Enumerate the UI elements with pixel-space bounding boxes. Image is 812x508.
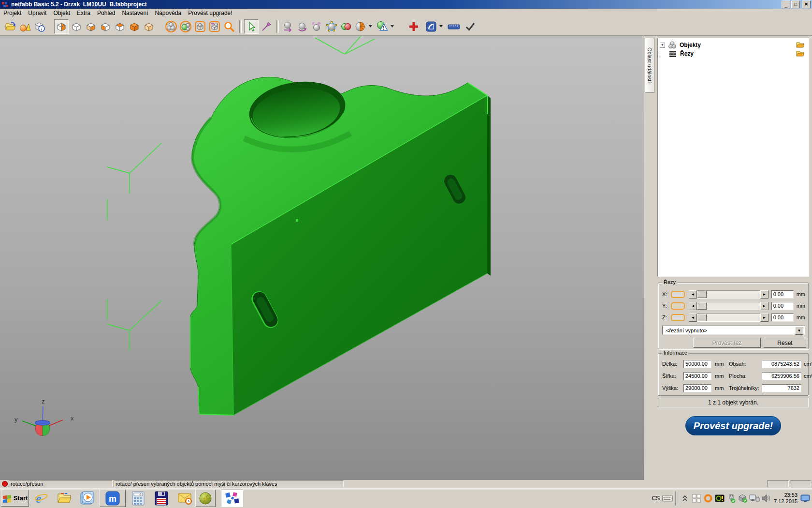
repair-part-button[interactable] bbox=[376, 20, 389, 33]
cut-part-button[interactable] bbox=[354, 20, 367, 33]
reset-cut-button[interactable]: Reset bbox=[764, 338, 806, 348]
sync-box-tray-icon[interactable] bbox=[738, 493, 748, 504]
security-ring-tray-icon[interactable] bbox=[703, 493, 713, 504]
scrollbar-thumb[interactable] bbox=[697, 302, 707, 310]
add-parts-button[interactable] bbox=[18, 20, 32, 33]
menu-objekt[interactable]: Objekt bbox=[50, 9, 73, 17]
add-part-button[interactable] bbox=[407, 20, 420, 33]
scale-part-button[interactable] bbox=[310, 20, 324, 33]
dropdown-button[interactable]: ▼ bbox=[795, 327, 803, 335]
scrollbar-track[interactable] bbox=[697, 314, 760, 322]
view-wireframe-button[interactable] bbox=[70, 20, 83, 33]
status-hint: rotace/ přesun vybraných objektů pomocí … bbox=[114, 480, 344, 487]
support-tool-button[interactable] bbox=[424, 20, 438, 33]
cut-x-value-input[interactable] bbox=[771, 290, 794, 299]
save-app-launcher[interactable] bbox=[153, 491, 170, 506]
cut-z-scrollbar[interactable]: ◄ ► bbox=[689, 314, 768, 322]
move-part-button[interactable] bbox=[281, 20, 295, 33]
menu-pohled[interactable]: Pohled bbox=[94, 9, 118, 17]
tree-item-cuts[interactable]: Řezy bbox=[660, 49, 805, 58]
tray-clock[interactable]: 23:53 7.12.2015 bbox=[774, 492, 798, 505]
start-button[interactable]: Start bbox=[1, 490, 29, 507]
edit-mesh-button[interactable] bbox=[325, 20, 338, 33]
show-platform-button[interactable] bbox=[193, 20, 207, 33]
view-top-button[interactable] bbox=[113, 20, 127, 33]
folder-icon[interactable] bbox=[796, 50, 805, 57]
menu-upravit[interactable]: Upravit bbox=[25, 9, 50, 17]
usb-tray-icon[interactable] bbox=[726, 493, 737, 504]
minimize-button[interactable]: _ bbox=[782, 0, 790, 8]
show-parts-button[interactable] bbox=[164, 20, 178, 33]
execute-cut-button[interactable]: Provést řez bbox=[693, 338, 761, 348]
menu-extra[interactable]: Extra bbox=[73, 9, 94, 17]
cut-y-scrollbar[interactable]: ◄ ► bbox=[689, 302, 768, 310]
select-tool-button[interactable] bbox=[244, 19, 259, 34]
menu-provest-upgrade[interactable]: Provést upgrade! bbox=[185, 9, 235, 17]
scroll-left-button[interactable]: ◄ bbox=[689, 302, 697, 310]
zoom-button[interactable] bbox=[222, 20, 236, 33]
menu-napoveda[interactable]: Nápověda bbox=[151, 9, 185, 17]
events-area-tab[interactable]: Oblast událostí bbox=[645, 38, 654, 93]
cut-mode-select[interactable]: <řezání vypnuto> ▼ bbox=[662, 326, 805, 335]
show-selected-part-button[interactable] bbox=[179, 20, 192, 33]
scrollbar-thumb[interactable] bbox=[697, 291, 707, 298]
view-bottom-button[interactable] bbox=[84, 20, 98, 33]
netfabb-task-button[interactable] bbox=[221, 490, 243, 507]
tree-item-objects[interactable]: + Objekty bbox=[660, 41, 805, 49]
show-hidden-icons-chevron[interactable] bbox=[680, 493, 690, 504]
menu-projekt[interactable]: Projekt bbox=[0, 9, 25, 17]
maxthon-task-button[interactable]: m bbox=[100, 490, 126, 507]
cut-y-value-input[interactable] bbox=[771, 302, 794, 310]
green-s-task-button[interactable] bbox=[195, 490, 216, 507]
scroll-right-button[interactable]: ► bbox=[760, 302, 768, 310]
scrollbar-track[interactable] bbox=[697, 290, 760, 299]
rotate-part-button[interactable] bbox=[296, 20, 309, 33]
scroll-left-button[interactable]: ◄ bbox=[689, 290, 697, 299]
upgrade-button[interactable]: Provést upgrade! bbox=[685, 416, 781, 435]
keyboard-icon[interactable] bbox=[662, 493, 673, 504]
support-tool-dropdown[interactable] bbox=[439, 20, 443, 33]
tree-expander-icon[interactable]: + bbox=[660, 43, 665, 48]
outlook-launcher[interactable] bbox=[177, 491, 193, 506]
scroll-right-button[interactable]: ► bbox=[760, 314, 768, 322]
maximize-button[interactable]: □ bbox=[791, 0, 800, 8]
cut-z-value-input[interactable] bbox=[771, 314, 794, 322]
show-desktop-button[interactable] bbox=[800, 493, 811, 504]
fit-view-button[interactable] bbox=[208, 20, 221, 33]
scroll-left-button[interactable]: ◄ bbox=[689, 314, 697, 322]
cut-y-toggle-button[interactable] bbox=[671, 302, 685, 310]
view-transparent-button[interactable] bbox=[142, 20, 156, 33]
language-indicator[interactable]: CS bbox=[652, 495, 660, 502]
file-explorer-launcher[interactable] bbox=[56, 491, 72, 506]
repair-part-dropdown[interactable] bbox=[390, 20, 394, 33]
apply-button[interactable] bbox=[464, 20, 477, 33]
volume-tray-icon[interactable] bbox=[761, 493, 771, 504]
open-project-button[interactable] bbox=[4, 20, 17, 33]
part-info-button[interactable]: i bbox=[33, 20, 46, 33]
cut-z-toggle-button[interactable] bbox=[671, 314, 685, 321]
viewport-3d[interactable]: z y x bbox=[0, 36, 644, 480]
close-button[interactable]: ✕ bbox=[802, 0, 811, 8]
view-left-button[interactable] bbox=[99, 20, 112, 33]
scrollbar-thumb[interactable] bbox=[697, 314, 707, 321]
boolean-operation-button[interactable] bbox=[339, 20, 353, 33]
checkmark-icon bbox=[464, 21, 476, 32]
nvidia-tray-icon[interactable] bbox=[714, 493, 725, 504]
menu-nastaveni[interactable]: Nastavení bbox=[118, 9, 151, 17]
cut-x-scrollbar[interactable]: ◄ ► bbox=[689, 290, 768, 299]
view-solid-button[interactable] bbox=[128, 20, 141, 33]
media-player-launcher[interactable] bbox=[79, 491, 95, 506]
windows-tray-icon[interactable] bbox=[691, 493, 702, 504]
cut-x-toggle-button[interactable] bbox=[671, 291, 685, 298]
scrollbar-track[interactable] bbox=[697, 302, 760, 310]
browser-launcher[interactable]: e bbox=[33, 491, 49, 506]
folder-icon[interactable] bbox=[796, 42, 805, 48]
part-bearing-holder[interactable] bbox=[190, 76, 491, 415]
cut-part-dropdown[interactable] bbox=[368, 20, 373, 33]
scroll-right-button[interactable]: ► bbox=[760, 290, 768, 299]
measure-button[interactable] bbox=[447, 20, 461, 33]
rotate-view-tool-button[interactable] bbox=[260, 20, 273, 33]
calculator-launcher[interactable]: 0 bbox=[130, 491, 146, 506]
network-tray-icon[interactable] bbox=[749, 493, 760, 504]
view-default-button[interactable] bbox=[54, 19, 69, 34]
